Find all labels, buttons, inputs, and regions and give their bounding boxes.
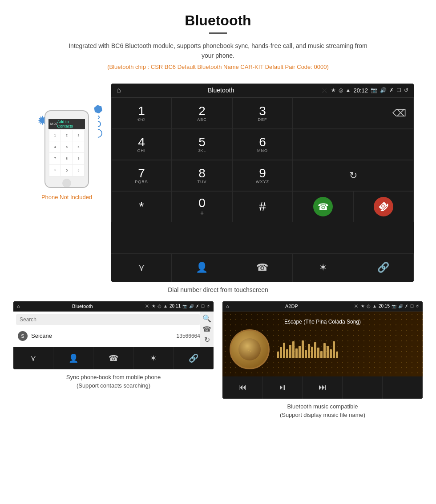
volume-icon[interactable]: 🔊 — [380, 87, 387, 93]
equalizer-bar — [317, 348, 319, 358]
dial-key-9[interactable]: 9WXYZ — [232, 160, 293, 191]
pb-side-search-icon[interactable]: 🔍 — [202, 314, 211, 323]
pb-dialpad-btn[interactable]: ⋎ — [13, 347, 53, 369]
pb-bottom-bar: ⋎ 👤 ☎ ✶ 🔗 — [13, 347, 214, 369]
location-icon: ◎ — [339, 87, 343, 93]
pb-sig-icon: ▲ — [163, 304, 168, 308]
dialpad-grid: 1✆✆ 2ABC 3DEF ⌫ 4GHI 5JKL 6MNO — [111, 98, 414, 253]
pb-usb-icon: ⚔ — [145, 304, 149, 308]
pb-link-btn[interactable]: 🔗 — [174, 347, 214, 369]
contact-letter: S — [18, 331, 28, 341]
dial-refresh-cell[interactable]: ↻ — [293, 160, 414, 191]
pb-bluetooth-btn[interactable]: ✶ — [133, 347, 174, 369]
a2dp-empty2 — [383, 376, 423, 399]
window-icon[interactable]: ☐ — [396, 87, 401, 93]
a2dp-song-title: Escape (The Pina Colada Song) — [230, 319, 416, 325]
hangup-button-cell[interactable]: ☎ — [353, 191, 414, 222]
pb-win-icon[interactable]: ☐ — [201, 304, 205, 308]
phonebook-search-row: 🔍 — [16, 314, 211, 328]
a2dp-prev-btn[interactable]: ⏮ — [222, 376, 262, 399]
usb-icon: ⚔ — [321, 86, 327, 95]
car-dialpad-screen: ⌂ Bluetooth ⚔ ★ ◎ ▲ 20:12 📷 🔊 ✗ ☐ ↺ 1✆✆ — [111, 84, 414, 282]
pb-bt-icon: ★ — [152, 304, 156, 308]
back-icon[interactable]: ↺ — [404, 87, 408, 93]
dial-key-3[interactable]: 3DEF — [232, 98, 293, 129]
pb-close-icon[interactable]: ✗ — [196, 304, 199, 308]
equalizer-bar — [330, 349, 332, 358]
dial-key-2[interactable]: 2ABC — [172, 98, 232, 129]
a2dp-status-icons: ★ ◎ ▲ 20:15 📷 🔊 ✗ ☐ ↺ — [361, 304, 419, 308]
equalizer-bar — [311, 347, 313, 358]
a2dp-body: Escape (The Pina Colada Song) ♫ — [222, 312, 423, 376]
equalizer-bar — [277, 352, 279, 358]
equalizer-bar — [289, 345, 291, 358]
signal-icon: ▲ — [346, 87, 351, 93]
dial-key-8[interactable]: 8TUV — [172, 160, 232, 191]
a2dp-win-icon[interactable]: ☐ — [410, 304, 414, 308]
bluetooth-btn[interactable]: ✶ — [293, 254, 353, 282]
a2dp-album-art: ♫ — [230, 329, 270, 369]
dial-key-0[interactable]: 0+ — [172, 191, 232, 222]
phonebook-sidebar: 🔍 ☎ ↻ — [200, 312, 214, 347]
close-icon[interactable]: ✗ — [389, 87, 394, 93]
pb-vol-icon[interactable]: 🔊 — [189, 304, 194, 308]
a2dp-vol-icon[interactable]: 🔊 — [398, 304, 403, 308]
a2dp-play-btn[interactable]: ⏯ — [262, 376, 303, 399]
dial-key-1[interactable]: 1✆✆ — [111, 98, 172, 129]
bluetooth-signal: ⬢ — [93, 104, 102, 138]
a2dp-equalizer-bars — [277, 340, 416, 358]
pb-status-icons: ★ ◎ ▲ 20:11 📷 🔊 ✗ ☐ ↺ — [152, 304, 210, 308]
phonebook-search-input[interactable] — [16, 314, 200, 325]
pb-call-btn[interactable]: ☎ — [93, 347, 133, 369]
a2dp-next-btn[interactable]: ⏭ — [303, 376, 343, 399]
equalizer-bar — [323, 343, 326, 358]
pb-title: Bluetooth — [23, 304, 142, 309]
a2dp-loc-icon: ◎ — [367, 304, 371, 308]
equalizer-bar — [292, 341, 295, 358]
a2dp-status-bar: ⌂ A2DP ⚔ ★ ◎ ▲ 20:15 📷 🔊 ✗ ☐ ↺ — [222, 301, 423, 312]
pb-side-refresh-icon[interactable]: ↻ — [204, 336, 210, 344]
backspace-icon[interactable]: ⌫ — [392, 108, 406, 119]
call-button-cell[interactable]: ☎ — [293, 191, 353, 222]
bluetooth-specs: (Bluetooth chip : CSR BC6 Default Blueto… — [0, 64, 436, 70]
pb-home-icon[interactable]: ⌂ — [17, 304, 20, 309]
a2dp-home-icon[interactable]: ⌂ — [226, 304, 229, 309]
link-btn[interactable]: 🔗 — [353, 254, 414, 282]
dial-key-4[interactable]: 4GHI — [111, 129, 172, 160]
camera-icon[interactable]: 📷 — [371, 87, 377, 93]
dial-key-5[interactable]: 5JKL — [172, 129, 232, 160]
a2dp-bt-icon: ★ — [361, 304, 365, 308]
contacts-btn[interactable]: 👤 — [172, 254, 232, 282]
phone-home-button — [62, 179, 71, 188]
dialpad-btn[interactable]: ⋎ — [111, 254, 172, 282]
phone-body: M:00 Add to Contacts 123 456 789 *0# — [44, 110, 89, 188]
equalizer-bar — [299, 346, 301, 358]
bottom-screens: ⌂ Bluetooth ⚔ ★ ◎ ▲ 20:11 📷 🔊 ✗ ☐ ↺ — [0, 301, 436, 420]
contact-row[interactable]: S Seicane 13566664466 — [16, 328, 211, 344]
page-header: Bluetooth Integrated with BC6 Bluetooth … — [0, 0, 436, 84]
pb-back-icon[interactable]: ↺ — [206, 304, 210, 308]
dial-display: ⌫ — [293, 98, 414, 129]
equalizer-bar — [305, 350, 307, 358]
call-log-btn[interactable]: ☎ — [232, 254, 293, 282]
a2dp-info — [277, 340, 416, 358]
status-icons: ★ ◎ ▲ 20:12 📷 🔊 ✗ ☐ ↺ — [331, 87, 408, 94]
car-status-bar: ⌂ Bluetooth ⚔ ★ ◎ ▲ 20:12 📷 🔊 ✗ ☐ ↺ — [111, 84, 414, 98]
phone-not-included-label: Phone Not Included — [41, 194, 92, 200]
a2dp-close-icon[interactable]: ✗ — [405, 304, 408, 308]
dial-key-6[interactable]: 6MNO — [232, 129, 293, 160]
pb-cam-icon[interactable]: 📷 — [182, 304, 187, 308]
screen-title: Bluetooth — [125, 87, 318, 94]
a2dp-content: ♫ — [230, 329, 416, 369]
home-icon[interactable]: ⌂ — [117, 86, 121, 94]
dial-key-star[interactable]: * — [111, 191, 172, 222]
phonebook-caption: Sync phone-book from mobile phone(Suppor… — [66, 373, 161, 390]
pb-contacts-btn[interactable]: 👤 — [53, 347, 93, 369]
a2dp-cam-icon[interactable]: 📷 — [392, 304, 396, 308]
dial-key-hash[interactable]: # — [232, 191, 293, 222]
dial-key-7[interactable]: 7PQRS — [111, 160, 172, 191]
a2dp-back-icon[interactable]: ↺ — [416, 304, 419, 308]
pb-side-call-icon[interactable]: ☎ — [202, 325, 211, 333]
a2dp-caption: Bluetooth music compatible(Support displ… — [280, 402, 365, 420]
phone-illustration: ⬢ ✹ M:00 Add to Contacts 123 456 — [22, 84, 111, 200]
